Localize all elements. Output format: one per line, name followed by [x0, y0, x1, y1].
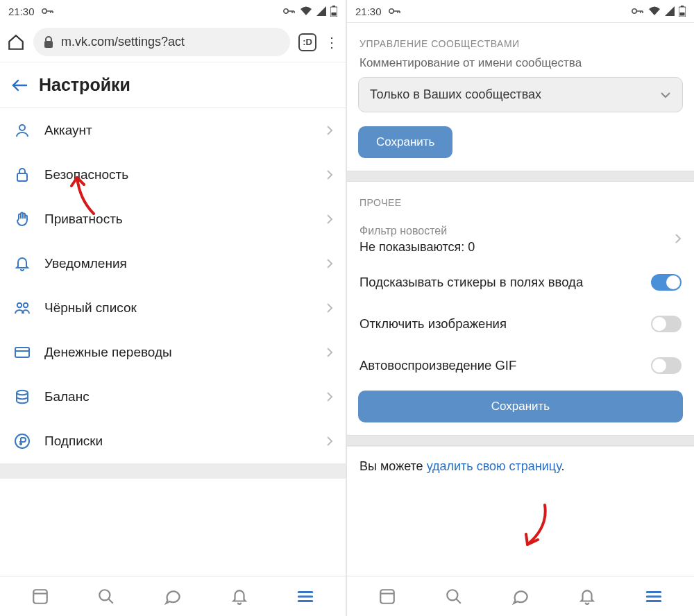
- status-icons: [632, 6, 686, 17]
- settings-item-label: Безопасность: [44, 167, 314, 182]
- clock: 21:30: [8, 6, 35, 17]
- chevron-right-icon: [326, 169, 333, 180]
- coins-icon: [12, 388, 32, 405]
- page-title: Настройки: [39, 75, 130, 95]
- chevron-down-icon: [660, 92, 671, 99]
- chevron-right-icon: [326, 258, 333, 269]
- nav-messages-icon[interactable]: [511, 588, 530, 606]
- svg-rect-10: [332, 12, 337, 16]
- status-icons: [283, 6, 337, 17]
- toggle-label: Отключить изображения: [359, 316, 507, 332]
- home-icon[interactable]: [7, 33, 25, 51]
- url-bar[interactable]: m.vk.com/settings?act: [33, 28, 290, 56]
- settings-item-label: Аккаунт: [44, 123, 314, 138]
- nav-search-icon[interactable]: [97, 588, 115, 606]
- wifi-icon: [648, 6, 661, 16]
- delete-page-link[interactable]: удалить свою страницу: [427, 459, 561, 473]
- comment-select[interactable]: Только в Ваших сообществах: [358, 77, 683, 112]
- toggle-switch[interactable]: [651, 357, 682, 374]
- card-icon: [12, 344, 32, 361]
- chevron-right-icon: [326, 436, 333, 447]
- nav-feed-icon[interactable]: [31, 588, 49, 606]
- bell-icon: [12, 255, 32, 272]
- browser-menu-icon[interactable]: ⋮: [325, 34, 339, 51]
- nav-feed-icon[interactable]: [378, 588, 396, 606]
- settings-item-label: Подписки: [44, 434, 314, 449]
- section-gap: [0, 463, 346, 479]
- news-filter-row[interactable]: Фильтр новостей Не показываются: 0: [347, 215, 694, 262]
- chevron-right-icon: [326, 302, 333, 314]
- battery-icon: [679, 6, 686, 17]
- news-filter-label: Фильтр новостей: [359, 225, 682, 237]
- svg-point-32: [632, 9, 636, 13]
- svg-line-24: [109, 599, 114, 604]
- settings-item-balance[interactable]: Баланс: [0, 375, 346, 419]
- users-icon: [12, 300, 32, 316]
- nav-messages-icon[interactable]: [164, 588, 182, 606]
- bottom-nav: [347, 576, 694, 616]
- settings-item-account[interactable]: Аккаунт: [0, 108, 346, 153]
- key-icon: [389, 8, 401, 15]
- save-button[interactable]: Сохранить: [358, 391, 683, 422]
- nav-menu-icon[interactable]: [296, 589, 314, 604]
- chevron-right-icon: [326, 391, 333, 402]
- settings-list: Аккаунт Безопасность Приватность Уведомл…: [0, 108, 346, 576]
- svg-rect-9: [332, 6, 335, 7]
- settings-item-label: Баланс: [44, 389, 314, 404]
- chevron-right-icon: [326, 214, 333, 225]
- delete-suffix: .: [561, 459, 564, 473]
- phone-right: 21:30 УПРАВЛЕНИЕ СООБЩЕСТВАМИ Комментиро…: [347, 0, 694, 616]
- toggle-switch[interactable]: [651, 316, 682, 332]
- key-icon: [42, 8, 54, 15]
- toggle-images-row[interactable]: Отключить изображения: [347, 303, 694, 345]
- svg-point-16: [24, 303, 28, 307]
- svg-rect-21: [33, 590, 47, 604]
- settings-item-security[interactable]: Безопасность: [0, 153, 346, 197]
- settings-item-notifications[interactable]: Уведомления: [0, 241, 346, 286]
- chevron-right-icon: [326, 125, 333, 136]
- toggle-label: Подсказывать стикеры в полях ввода: [359, 275, 583, 290]
- ruble-icon: [12, 433, 32, 450]
- toggle-stickers-row[interactable]: Подсказывать стикеры в полях ввода: [347, 262, 694, 303]
- status-bar: 21:30: [347, 0, 694, 22]
- wifi-icon: [300, 6, 312, 16]
- signal-icon: [316, 6, 326, 16]
- settings-item-label: Уведомления: [44, 256, 314, 271]
- svg-point-4: [284, 9, 288, 13]
- svg-line-42: [456, 599, 461, 604]
- toggle-gif-row[interactable]: Автовоспроизведение GIF: [347, 345, 694, 386]
- phone-left: 21:30 m.vk.com/settings?act :D ⋮ Настрой…: [0, 0, 347, 616]
- comment-label: Комментирование от имени сообщества: [347, 56, 694, 77]
- url-text: m.vk.com/settings?act: [61, 35, 185, 49]
- select-value: Только в Ваших сообществах: [370, 87, 541, 102]
- chevron-right-icon: [675, 233, 682, 244]
- settings-item-subscriptions[interactable]: Подписки: [0, 419, 346, 463]
- svg-rect-39: [380, 590, 394, 604]
- section-header-other: ПРОЧЕЕ: [347, 182, 694, 215]
- clock: 21:30: [355, 6, 382, 17]
- battery-icon: [330, 6, 337, 17]
- svg-point-41: [447, 590, 457, 600]
- chevron-right-icon: [326, 347, 333, 358]
- nav-notifications-icon[interactable]: [230, 588, 248, 606]
- nav-notifications-icon[interactable]: [578, 588, 596, 606]
- delete-prefix: Вы можете: [359, 459, 427, 473]
- back-button[interactable]: [11, 78, 28, 92]
- toggle-switch[interactable]: [651, 274, 682, 291]
- settings-item-label: Приватность: [44, 212, 314, 227]
- settings-item-label: Чёрный список: [44, 300, 314, 316]
- nav-search-icon[interactable]: [445, 588, 463, 606]
- news-filter-value: Не показываются: 0: [359, 240, 682, 255]
- settings-item-transfers[interactable]: Денежные переводы: [0, 330, 346, 375]
- nav-menu-icon[interactable]: [645, 589, 663, 604]
- tab-switcher[interactable]: :D: [298, 33, 316, 51]
- settings-item-blacklist[interactable]: Чёрный список: [0, 286, 346, 330]
- bottom-nav: [0, 576, 346, 616]
- svg-point-23: [100, 590, 110, 600]
- save-button[interactable]: Сохранить: [358, 126, 452, 158]
- svg-point-0: [42, 9, 46, 13]
- settings-item-privacy[interactable]: Приватность: [0, 197, 346, 241]
- hand-icon: [12, 211, 32, 228]
- page-header: Настройки: [0, 62, 346, 108]
- svg-rect-11: [44, 41, 53, 48]
